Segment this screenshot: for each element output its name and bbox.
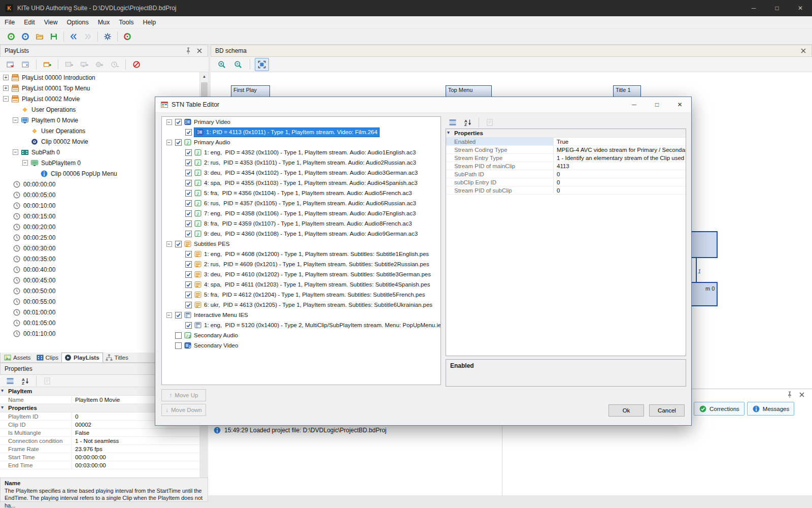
tab-playlists[interactable]: PlayLists (61, 353, 103, 362)
prop-pages-button[interactable] (40, 374, 54, 388)
stream-row[interactable]: ♪7: eng, PID = 4358 (0x1106) - Type 1, P… (162, 208, 441, 218)
property-row[interactable]: End Time00:03:00:00 (0, 461, 199, 469)
stream-row[interactable]: 1: eng, PID = 4608 (0x1200) - Type 1, Pl… (162, 249, 441, 259)
property-value[interactable]: True (554, 139, 686, 145)
move-down-button[interactable]: ↓ Move Down (161, 404, 206, 416)
expand-toggle-icon[interactable]: + (3, 85, 9, 91)
menu-edit[interactable]: Edit (19, 16, 40, 28)
new-disc-button[interactable] (4, 30, 18, 43)
move-up-button[interactable]: ↑ Move Up (161, 389, 206, 401)
menu-mux[interactable]: Mux (93, 16, 115, 28)
stream-checkbox[interactable] (185, 200, 192, 207)
property-value[interactable]: 00:03:00:00 (72, 462, 199, 468)
mux-disc-button[interactable] (120, 30, 134, 43)
property-value[interactable]: 4113 (554, 163, 686, 169)
collapse-toggle-icon[interactable]: − (13, 117, 18, 123)
tab-assets[interactable]: Assets (2, 353, 34, 362)
tab-titles[interactable]: Titles (103, 353, 131, 362)
stream-property-row[interactable]: Stream Entry Type1 - Identify an element… (446, 154, 686, 162)
menu-tools[interactable]: Tools (114, 16, 138, 28)
collapse-toggle-icon[interactable]: − (166, 140, 172, 145)
fit-selection-button[interactable] (255, 58, 269, 71)
property-value[interactable]: 1 - Identify an elementary stream of the… (554, 155, 686, 161)
stream-checkbox[interactable] (185, 210, 192, 217)
add-movie-button[interactable] (62, 58, 76, 71)
stream-checkbox[interactable] (185, 251, 192, 258)
pin-icon[interactable] (786, 391, 794, 398)
stream-row[interactable]: ♪5: fra, PID = 4356 (0x1104) - Type 1, P… (162, 188, 441, 198)
property-value[interactable]: 23.976 fps (72, 446, 199, 452)
close-icon[interactable]: ✕ (789, 0, 812, 16)
zoom-in-button[interactable] (215, 58, 229, 71)
collapse-toggle-icon[interactable]: − (22, 160, 28, 166)
property-row[interactable]: Start Time00:00:00:00 (0, 453, 199, 461)
stream-group-row[interactable]: −Primary Video (162, 117, 441, 127)
prop-pages-button[interactable] (483, 116, 497, 129)
stream-row[interactable]: 4: spa, PID = 4611 (0x1203) - Type 1, Pl… (162, 279, 441, 290)
maximize-icon[interactable]: □ (765, 0, 789, 16)
collapse-toggle-icon[interactable]: − (13, 149, 18, 155)
import-playlist-button[interactable] (3, 58, 17, 71)
cancel-button[interactable]: Cancel (649, 404, 685, 417)
playlists-tree-item[interactable]: +PlayList 00000 Introduction (0, 72, 199, 83)
stream-checkbox[interactable] (185, 180, 192, 186)
stream-checkbox[interactable] (175, 119, 182, 125)
collapse-toggle-icon[interactable]: − (3, 96, 9, 102)
stream-row[interactable]: 5: fra, PID = 4612 (0x1204) - Type 1, Pl… (162, 290, 441, 300)
menu-file[interactable]: File (0, 16, 19, 28)
property-row[interactable]: Is MultiangleFalse (0, 429, 199, 437)
stream-row[interactable]: ♪1: eng, PID = 4352 (0x1100) - Type 1, P… (162, 147, 441, 157)
stream-property-category-row[interactable]: ▾Properties (446, 129, 686, 138)
property-row[interactable]: Frame Rate23.976 fps (0, 445, 199, 453)
remove-button[interactable] (129, 58, 144, 71)
stream-property-row[interactable]: Stream PID of mainClip4113 (446, 162, 686, 170)
stream-property-row[interactable]: EnabledTrue (446, 138, 686, 146)
stream-row[interactable]: ♪3: deu, PID = 4354 (0x1102) - Type 1, P… (162, 168, 441, 178)
property-value[interactable]: 1 - Not seamless (72, 438, 199, 444)
stream-checkbox[interactable] (185, 302, 192, 308)
zoom-out-button[interactable] (231, 58, 245, 71)
stream-row[interactable]: 2: rus, PID = 4609 (0x1201) - Type 1, Pl… (162, 259, 441, 269)
stream-checkbox[interactable] (185, 261, 192, 268)
minimize-icon[interactable]: ─ (742, 0, 765, 16)
minimize-icon[interactable]: ─ (623, 97, 646, 113)
property-value[interactable]: 0 (554, 171, 686, 177)
stream-checkbox[interactable] (185, 271, 192, 278)
collapse-arrow-icon[interactable]: ▾ (1, 388, 4, 393)
menu-help[interactable]: Help (138, 16, 160, 28)
stream-checkbox[interactable] (185, 292, 192, 298)
stream-checkbox[interactable] (185, 281, 192, 288)
stream-group-row[interactable]: −Subtitles PES (162, 239, 441, 249)
playlists-tree-item[interactable]: +PlayList 00001 Top Menu (0, 83, 199, 93)
maximize-icon[interactable]: □ (646, 97, 668, 113)
stream-checkbox[interactable] (185, 322, 192, 329)
burn-disc-button[interactable] (18, 30, 32, 43)
stream-row[interactable]: 3: deu, PID = 4610 (0x1202) - Type 1, Pl… (162, 269, 441, 279)
stream-row[interactable]: ♪6: rus, PID = 4357 (0x1105) - Type 1, P… (162, 198, 441, 208)
stream-row[interactable]: ♪4: spa, PID = 4355 (0x1103) - Type 1, P… (162, 178, 441, 188)
add-playlist-button[interactable] (40, 58, 54, 71)
stream-checkbox[interactable] (185, 231, 192, 237)
save-button[interactable] (47, 30, 61, 43)
messages-button[interactable]: Messages (747, 402, 794, 416)
stream-row[interactable]: 1: PID = 4113 (0x1011) - Type 1, PlayIte… (162, 127, 441, 137)
close-panel-icon[interactable] (798, 391, 806, 398)
close-panel-icon[interactable] (799, 47, 807, 54)
ok-button[interactable]: Ok (608, 404, 644, 417)
corrections-button[interactable]: Corrections (694, 402, 745, 416)
stream-property-row[interactable]: Stream PID of subClip0 (446, 186, 686, 195)
collapse-toggle-icon[interactable]: − (166, 119, 172, 125)
stream-checkbox[interactable] (175, 332, 182, 339)
add-clip-button[interactable] (92, 58, 107, 71)
redo-button[interactable] (81, 30, 95, 43)
stream-group-row[interactable]: −Interactive Menu IES (162, 310, 441, 320)
add-interval-button[interactable] (108, 58, 122, 71)
close-panel-icon[interactable] (195, 47, 204, 54)
property-value[interactable]: 00:00:00:00 (72, 454, 199, 460)
open-folder-button[interactable] (32, 30, 47, 43)
stream-group-row[interactable]: ♪2Secondary Audio (162, 330, 441, 340)
undo-button[interactable] (66, 30, 81, 43)
stream-checkbox[interactable] (185, 160, 192, 166)
dialog-titlebar[interactable]: STN Table Editor ─ □ ✕ (155, 97, 691, 113)
menu-view[interactable]: View (40, 16, 62, 28)
